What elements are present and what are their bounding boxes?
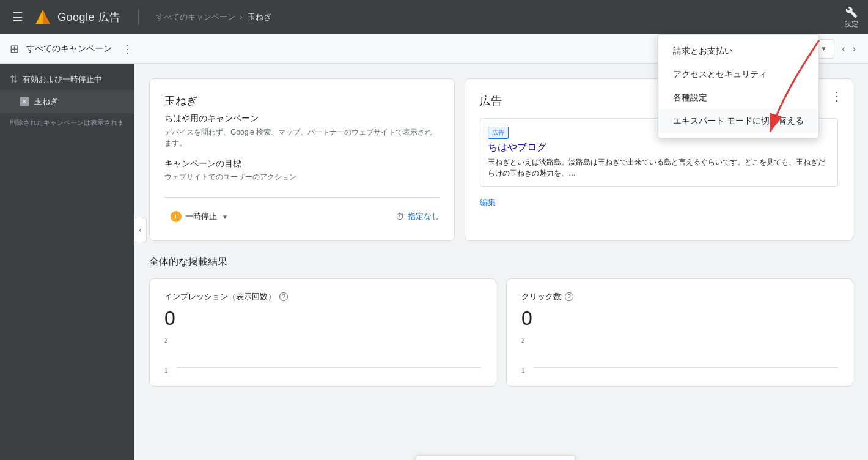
breadcrumb: すべてのキャンペーン › 玉ねぎ	[156, 12, 271, 23]
campaign-card: 玉ねぎ ちはや用のキャンペーン デバイスを問わず、Google 検索、マップ、パ…	[149, 78, 455, 241]
clicks-card: クリック数 ? 0 2 1	[506, 278, 853, 387]
pause-label: 一時停止	[185, 211, 217, 222]
logo-text: Google 広告	[57, 10, 121, 24]
wrench-icon	[845, 6, 858, 18]
settings-dropdown-menu: 請求とお支払い アクセスとセキュリティ 各種設定 エキスパート モードに切り替え…	[658, 34, 819, 138]
google-ads-logo-icon	[33, 7, 53, 27]
impressions-title: インプレッション（表示回数） ?	[164, 291, 481, 302]
overall-results-title: 全体的な掲載結果	[149, 256, 853, 269]
google-ads-logo: Google 広告	[33, 7, 121, 27]
sidebar: ⇅ 有効および一時停止中 ✕ 玉ねぎ 削除されたキャンペーンは表示されま	[0, 64, 134, 460]
sidebar-campaign-label: 玉ねぎ	[34, 96, 58, 107]
svg-marker-1	[43, 10, 50, 24]
breadcrumb-arrow: ›	[240, 13, 243, 21]
nav-divider	[138, 9, 139, 26]
sidebar-collapse-button[interactable]: ‹	[134, 218, 147, 242]
campaign-card-title: 玉ねぎ	[164, 94, 440, 108]
dropdown-item-preferences[interactable]: 各種設定	[658, 86, 818, 109]
edit-link[interactable]: 編集	[480, 198, 496, 207]
impressions-chart-line	[177, 367, 481, 368]
grid-icon: ⊞	[10, 42, 19, 56]
clicks-axis-top: 2	[521, 337, 525, 344]
ad-card-more-button[interactable]: ⋮	[831, 89, 843, 103]
breadcrumb-current: 玉ねぎ	[248, 12, 271, 23]
top-nav-left: ☰ Google 広告 すべてのキャンペーン › 玉ねぎ	[10, 7, 271, 27]
settings-button[interactable]: 設定	[845, 6, 858, 29]
campaign-goal-label: キャンペーンの目標	[164, 158, 440, 169]
impressions-card: インプレッション（表示回数） ? 0 2 1	[149, 278, 496, 387]
clicks-title: クリック数 ?	[521, 291, 838, 302]
impressions-label: インプレッション（表示回数）	[164, 291, 276, 302]
prev-arrow-button[interactable]: ‹	[839, 41, 847, 57]
sort-icon: ⇅	[10, 73, 18, 85]
sidebar-filter[interactable]: ⇅ 有効および一時停止中	[0, 69, 134, 90]
campaign-type-desc: デバイスを問わず、Google 検索、マップ、パートナーのウェブサイトで表示され…	[164, 127, 440, 149]
no-target-label: 指定なし	[408, 211, 440, 222]
pause-dropdown-arrow: ▼	[222, 213, 228, 220]
clicks-value: 0	[521, 307, 838, 330]
dropdown-arrow-icon: ▼	[820, 45, 826, 52]
sub-nav-more-button[interactable]: ⋮	[119, 40, 135, 58]
impressions-value: 0	[164, 307, 481, 330]
campaign-card-footer: ⏸ 一時停止 ▼ ⏱ 指定なし	[164, 197, 440, 226]
clicks-chart: 2 1	[521, 337, 838, 374]
sidebar-campaign-item[interactable]: ✕ 玉ねぎ	[0, 90, 134, 113]
campaign-goal-value: ウェブサイトでのユーザーのアクション	[164, 172, 440, 182]
chart-tooltip: 2020年9月23日 インプレッション（表示回数） — 0	[416, 455, 575, 460]
dropdown-item-access[interactable]: アクセスとセキュリティ	[658, 63, 818, 86]
breadcrumb-parent[interactable]: すべてのキャンペーン	[156, 12, 235, 23]
top-nav: ☰ Google 広告 すべてのキャンペーン › 玉ねぎ 設定	[0, 0, 868, 34]
impressions-axis-top: 2	[164, 337, 168, 344]
sub-nav-title: すべてのキャンペーン	[26, 43, 112, 54]
hamburger-icon[interactable]: ☰	[10, 7, 26, 27]
sidebar-deleted-message: 削除されたキャンペーンは表示されま	[0, 113, 134, 132]
clicks-info-icon[interactable]: ?	[565, 292, 573, 301]
impressions-info-icon[interactable]: ?	[279, 292, 288, 301]
ad-badge: 広告	[488, 127, 509, 139]
clicks-chart-line	[534, 367, 838, 368]
ad-description: 玉ねぎといえば淡路島。淡路島は玉ねぎで出来ている島と言えるぐらいです。どこを見て…	[488, 157, 830, 179]
clicks-axis-bottom: 1	[521, 367, 525, 374]
clicks-label: クリック数	[521, 291, 561, 302]
settings-label: 設定	[845, 20, 858, 29]
impressions-chart: 2 1	[164, 337, 481, 374]
dropdown-item-expert-mode[interactable]: エキスパート モードに切り替える	[658, 109, 818, 133]
pause-icon: ⏸	[171, 211, 182, 222]
sub-nav-left: ⊞ すべてのキャンペーン ⋮	[10, 40, 135, 58]
metrics-row: インプレッション（表示回数） ? 0 2 1 クリック数 ? 0 2	[149, 278, 853, 387]
no-target-button[interactable]: ⏱ 指定なし	[395, 211, 440, 222]
nav-arrows: ‹ ›	[839, 41, 858, 57]
sidebar-filter-label: 有効および一時停止中	[23, 74, 102, 85]
campaign-status-icon: ✕	[20, 97, 29, 106]
impressions-axis-bottom: 1	[164, 367, 168, 374]
pause-button[interactable]: ⏸ 一時停止 ▼	[164, 207, 234, 226]
clock-icon: ⏱	[395, 212, 404, 221]
top-nav-right: 設定	[845, 6, 858, 29]
campaign-type-label: ちはや用のキャンペーン	[164, 113, 440, 124]
dropdown-item-billing[interactable]: 請求とお支払い	[658, 40, 818, 63]
next-arrow-button[interactable]: ›	[850, 41, 858, 57]
ad-headline: ちはやブログ	[488, 141, 830, 154]
